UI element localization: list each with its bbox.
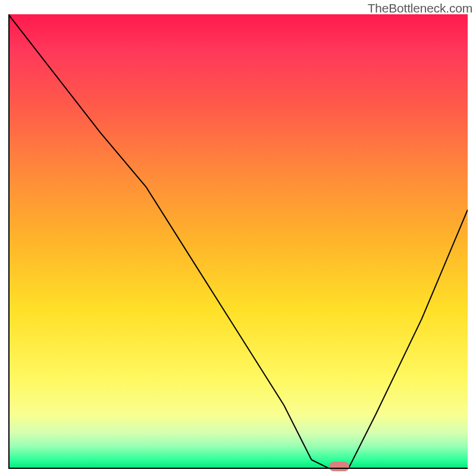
curve-svg xyxy=(8,14,468,469)
optimal-marker xyxy=(329,462,349,471)
bottleneck-chart: TheBottleneck.com xyxy=(0,0,476,476)
bottleneck-line xyxy=(8,14,468,469)
watermark-text: TheBottleneck.com xyxy=(368,1,472,15)
